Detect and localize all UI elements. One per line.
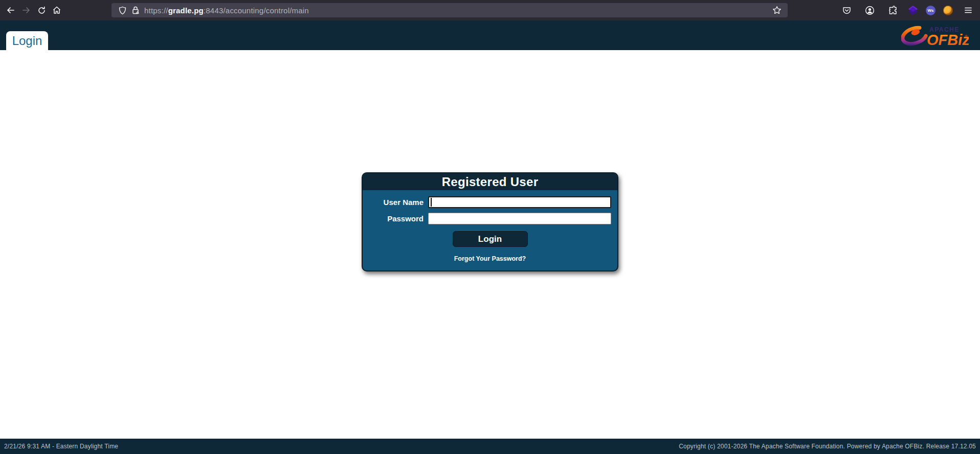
bookmark-star-icon[interactable] [770,4,784,17]
url-protocol: https:// [144,6,168,15]
login-box-header: Registered User [363,173,617,190]
home-button[interactable] [49,3,64,18]
login-button[interactable]: Login [453,231,528,247]
login-box-title: Registered User [442,175,539,189]
password-label: Password [368,214,428,223]
browser-toolbar: https://gradle.pg:8443/accounting/contro… [0,0,980,20]
login-box-body: User Name Password Login Forgot Your Pas… [363,190,617,270]
toolbar-right-icons: Ws [839,0,976,20]
text-caret [431,198,432,207]
footer-copyright: Copyright (c) 2001-2026 The Apache Softw… [679,443,976,450]
url-path: :8443/accounting/control/main [204,6,309,15]
password-input[interactable] [428,213,611,224]
button-row: Login [368,231,612,247]
username-label: User Name [368,198,428,207]
account-icon[interactable] [862,3,877,18]
footer-datetime: 2/21/26 9:31 AM - Eastern Daylight Time [4,443,118,450]
forgot-password-link[interactable]: Forgot Your Password? [454,255,526,262]
back-button[interactable] [3,3,18,18]
ofbiz-logo: APACHE OFBiz ® [901,22,969,51]
login-box: Registered User User Name Password Login… [362,172,618,271]
username-input[interactable] [428,196,611,208]
logo-ofbiz-text: OFBiz [927,32,969,48]
extension-diamond-icon[interactable] [908,5,918,15]
url-text[interactable]: https://gradle.pg:8443/accounting/contro… [144,6,770,15]
forward-button[interactable] [18,3,34,18]
tab-login[interactable]: Login [6,31,48,50]
username-row: User Name [368,196,612,208]
tab-login-label: Login [12,35,42,47]
extension-ws-icon[interactable]: Ws [926,6,936,15]
extension-emoji-icon[interactable] [943,6,953,15]
tracking-protection-shield-icon[interactable] [116,4,129,17]
app-header: Login APACHE OFBiz ® [0,20,980,50]
forgot-row: Forgot Your Password? [368,255,612,262]
url-domain: gradle.pg [168,6,204,15]
menu-hamburger-icon[interactable] [961,3,976,18]
logo-reg-mark: ® [965,34,968,39]
reload-button[interactable] [34,3,49,18]
lock-warning-icon[interactable] [129,4,142,17]
password-row: Password [368,213,612,224]
url-bar[interactable]: https://gradle.pg:8443/accounting/contro… [112,3,788,17]
extensions-puzzle-icon[interactable] [885,3,900,18]
footer: 2/21/26 9:31 AM - Eastern Daylight Time … [0,439,980,454]
page-content: Registered User User Name Password Login… [0,50,980,439]
pocket-icon[interactable] [839,3,854,18]
